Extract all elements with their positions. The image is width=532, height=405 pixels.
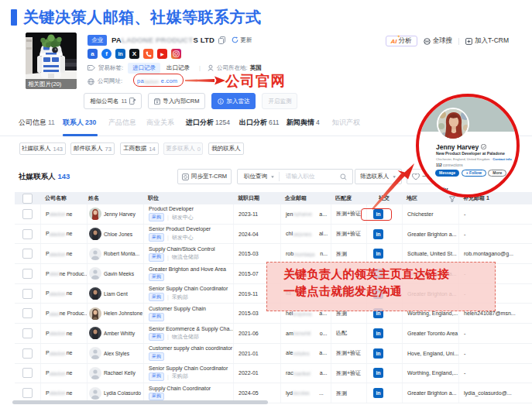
row-checkbox[interactable] [22, 249, 33, 259]
filter-funnel-icon[interactable] [449, 196, 455, 202]
contact-avatar [89, 367, 101, 379]
pill-4[interactable]: 更多联系人0 [163, 142, 203, 155]
contact-avatar [89, 267, 101, 280]
linkedin-icon[interactable]: in [115, 49, 125, 59]
linkedin-icon[interactable]: in [373, 229, 383, 239]
tab-5[interactable]: 进口分析1254 [186, 118, 230, 128]
region-cell: Greater Toronto Area [402, 324, 458, 343]
x-icon[interactable]: X [129, 49, 139, 59]
more-button[interactable]: More [488, 170, 506, 177]
refresh-icon[interactable] [232, 36, 239, 43]
import-icon [154, 98, 160, 105]
tab-label: 联系人 [63, 118, 84, 126]
facebook-icon[interactable]: f [101, 49, 112, 59]
linkedin-icon[interactable]: in [373, 348, 383, 359]
pill-label: 更多联系人 [166, 145, 195, 153]
row-checkbox[interactable] [22, 269, 33, 279]
row-checkbox[interactable] [22, 328, 33, 338]
email-blurred: oejones [293, 232, 319, 237]
related-images-caption[interactable]: 相关图片(20) [26, 79, 77, 89]
location-value: 英国 [250, 64, 262, 72]
follow-button[interactable]: + Follow [462, 170, 486, 177]
join-tcrm-button[interactable]: 加入T-CRM [465, 36, 509, 46]
search-icon[interactable] [340, 173, 347, 180]
copy-icon[interactable] [218, 36, 225, 44]
tab-7[interactable]: 新闻舆情4 [287, 118, 320, 128]
tab-3[interactable]: 产品信息 [108, 118, 136, 128]
name-cell: Alex Styles [87, 344, 143, 363]
linkedin-icon[interactable]: in [373, 388, 383, 398]
tab-label: 知识产权 [332, 118, 360, 126]
similar-companies-button[interactable]: 相似公司名11 [84, 93, 142, 109]
location-icon [208, 64, 214, 71]
email-prefix: chl [286, 231, 293, 236]
row-checkbox-cell [15, 244, 40, 263]
extra-email-cell: - [458, 344, 532, 363]
import-crm-button[interactable]: 导入内部CRM [148, 93, 205, 109]
update-button[interactable]: 更新 [240, 36, 252, 44]
row-checkbox[interactable] [22, 209, 33, 219]
contact-avatar [89, 208, 101, 220]
add-radar-button[interactable]: 加入雷达 [211, 93, 256, 109]
tab-4[interactable]: 商业关系 [146, 118, 174, 128]
pill-count: 73 [105, 146, 112, 153]
message-button[interactable]: Message [435, 170, 459, 177]
row-checkbox[interactable] [22, 388, 33, 398]
instagram-icon[interactable] [171, 49, 181, 59]
match-cell: 推测+验证 [331, 344, 366, 363]
pill-1[interactable]: 社媒联系人143 [19, 142, 66, 155]
pill-2[interactable]: 邮件联系人73 [70, 142, 115, 155]
ai-analysis-button[interactable]: ✦ AI 分析 [386, 36, 417, 46]
company-name-suffix: ne [67, 390, 73, 396]
tab-2[interactable]: 联系人230 [63, 118, 96, 128]
row-checkbox[interactable] [22, 348, 33, 359]
row-checkbox[interactable] [22, 308, 33, 318]
email-prefix: jen [286, 211, 293, 217]
pill-label: 社媒联系人 [22, 145, 51, 153]
company-name-suffix: ne [67, 350, 73, 355]
name-cell: Amber Whitty [87, 324, 143, 343]
youtube-icon[interactable]: ▶ [157, 49, 167, 59]
linkedin-icon[interactable]: in [373, 368, 383, 378]
amazon-icon[interactable]: a [88, 49, 98, 59]
job-query-dropdown[interactable]: 职位查询▼ [238, 173, 279, 180]
global-search-button[interactable]: 全球搜 [424, 36, 453, 46]
monitor-button: 开启监测 [262, 93, 297, 109]
select-all-checkbox[interactable] [22, 194, 33, 204]
pill-5[interactable]: 我的联系人 [208, 142, 244, 155]
trade-label: 贸易标签: [98, 64, 123, 72]
tab-1[interactable]: 公司信息11 [19, 118, 55, 128]
import-records-tag[interactable]: 进口记录 [128, 63, 160, 74]
linkedin-icon[interactable]: in [373, 328, 383, 338]
crm-icon [465, 38, 472, 45]
contact-info-link[interactable]: Contact info [493, 157, 511, 161]
join-tcrm-label: 加入T-CRM [475, 36, 509, 46]
row-checkbox[interactable] [22, 368, 33, 378]
linkedin-icon[interactable]: in [373, 249, 383, 259]
hire-date-cell: 2015-03 [233, 244, 280, 263]
tab-8[interactable]: 知识产权 [332, 118, 360, 128]
tab-count: 611 [269, 118, 280, 126]
linkedin-name-row: Jenny Harvey [436, 143, 486, 151]
row-checkbox[interactable] [22, 229, 33, 239]
sync-to-tcrm-button[interactable]: 同步至T-CRM [177, 169, 232, 184]
phone-icon[interactable] [143, 49, 153, 59]
company-product-image[interactable]: 相关图片(20) [26, 33, 77, 89]
position-cell: Senior Supply Chain Coordinator采购|采购部 [143, 284, 233, 304]
hire-date-cell: 2022-01 [233, 364, 280, 383]
company-name-suffix: ne [67, 331, 73, 336]
horizontal-scrollbar[interactable] [12, 400, 268, 404]
email-blurred: iacolas [293, 390, 319, 396]
export-records-tag[interactable]: 出口记录 [166, 64, 190, 72]
verified-icon [481, 144, 486, 149]
active-tab-underline [63, 134, 98, 136]
email-prefix: rob [286, 251, 293, 256]
row-checkbox[interactable] [22, 289, 33, 299]
company-name-blurred: aladon [50, 252, 67, 257]
extra-email-cell: - [458, 204, 532, 224]
position-title: Senior Supply Chain Coordinator [149, 286, 228, 291]
header-date: 就职日期 [233, 192, 280, 204]
job-search-input[interactable]: 请输入职位 [280, 173, 340, 180]
pill-3[interactable]: 工商数据14 [120, 142, 159, 155]
tab-6[interactable]: 出口分析611 [239, 118, 280, 128]
